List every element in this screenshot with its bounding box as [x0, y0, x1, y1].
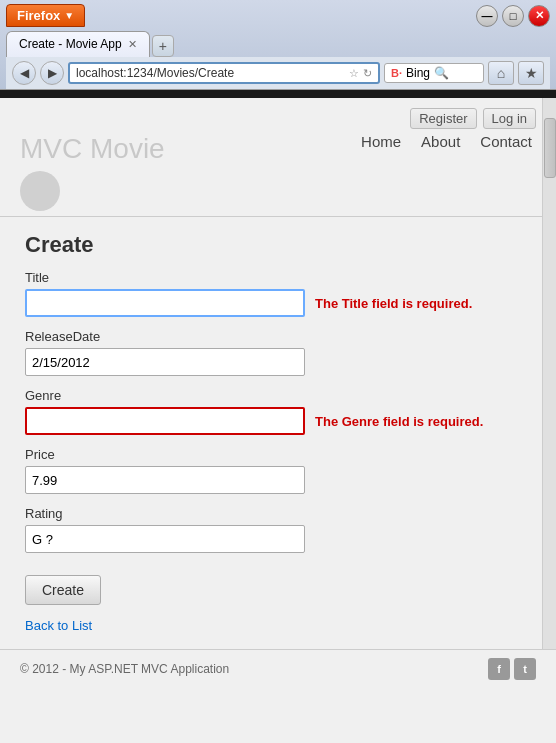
title-bar: Firefox ▼ — □ ✕ — [6, 4, 550, 27]
genre-label: Genre — [25, 388, 531, 403]
window-controls: — □ ✕ — [476, 5, 550, 27]
twitter-icon[interactable]: t — [514, 658, 536, 680]
footer-icons: f t — [488, 658, 536, 680]
new-tab-button[interactable]: + — [152, 35, 174, 57]
url-text: localhost:1234/Movies/Create — [76, 66, 345, 80]
tab-close-icon[interactable]: ✕ — [128, 38, 137, 51]
price-label: Price — [25, 447, 531, 462]
nav-about[interactable]: About — [421, 133, 460, 150]
release-date-field-group: ReleaseDate — [25, 329, 531, 376]
header-top: Register Log in — [20, 108, 536, 129]
site-logo: MVC Movie — [20, 133, 165, 165]
close-button[interactable]: ✕ — [528, 5, 550, 27]
url-bar[interactable]: localhost:1234/Movies/Create ☆ ↻ — [68, 62, 380, 84]
address-bar: ◀ ▶ localhost:1234/Movies/Create ☆ ↻ B· … — [6, 57, 550, 89]
firefox-label: Firefox — [17, 8, 60, 23]
search-bar[interactable]: B· Bing 🔍 — [384, 63, 484, 83]
refresh-icon: ↻ — [363, 67, 372, 80]
rating-input[interactable] — [25, 525, 305, 553]
price-input[interactable] — [25, 466, 305, 494]
price-field-group: Price — [25, 447, 531, 494]
rating-field-group: Rating — [25, 506, 531, 553]
genre-field-group: Genre The Genre field is required. — [25, 388, 531, 435]
footer-copyright: © 2012 - My ASP.NET MVC Application — [20, 662, 229, 676]
url-icons: ☆ ↻ — [349, 67, 372, 80]
login-link[interactable]: Log in — [483, 108, 536, 129]
site-nav: Home About Contact — [361, 133, 536, 150]
avatar — [20, 171, 60, 211]
search-text: Bing — [406, 66, 430, 80]
firefox-dropdown-arrow: ▼ — [64, 10, 74, 21]
title-input[interactable] — [25, 289, 305, 317]
genre-row: The Genre field is required. — [25, 407, 531, 435]
active-tab[interactable]: Create - Movie App ✕ — [6, 31, 150, 57]
back-button[interactable]: ◀ — [12, 61, 36, 85]
title-label: Title — [25, 270, 531, 285]
title-field-group: Title The Title field is required. — [25, 270, 531, 317]
rating-label: Rating — [25, 506, 531, 521]
bing-logo: B· — [391, 67, 402, 79]
back-to-list-link[interactable]: Back to List — [25, 618, 92, 633]
home-icon[interactable]: ⌂ — [488, 61, 514, 85]
toolbar-icons: ⌂ ★ — [488, 61, 544, 85]
facebook-icon[interactable]: f — [488, 658, 510, 680]
release-date-row — [25, 348, 531, 376]
price-row — [25, 466, 531, 494]
minimize-button[interactable]: — — [476, 5, 498, 27]
site-header: Register Log in MVC Movie Home About Con… — [0, 98, 556, 216]
form-title: Create — [25, 232, 531, 258]
title-row: The Title field is required. — [25, 289, 531, 317]
bookmark-icon[interactable]: ★ — [518, 61, 544, 85]
form-area: Create Title The Title field is required… — [0, 217, 556, 653]
browser-chrome: Firefox ▼ — □ ✕ Create - Movie App ✕ + ◀ — [0, 0, 556, 90]
genre-error: The Genre field is required. — [315, 414, 483, 429]
tab-bar: Create - Movie App ✕ + — [6, 31, 550, 57]
title-error: The Title field is required. — [315, 296, 472, 311]
release-date-input[interactable] — [25, 348, 305, 376]
forward-button[interactable]: ▶ — [40, 61, 64, 85]
scrollbar[interactable] — [542, 98, 556, 688]
nav-contact[interactable]: Contact — [480, 133, 532, 150]
genre-input[interactable] — [25, 407, 305, 435]
create-button[interactable]: Create — [25, 575, 101, 605]
site-footer: © 2012 - My ASP.NET MVC Application f t — [0, 649, 556, 688]
search-icon: 🔍 — [434, 66, 449, 80]
nav-home[interactable]: Home — [361, 133, 401, 150]
star-icon: ☆ — [349, 67, 359, 80]
page-wrapper: Register Log in MVC Movie Home About Con… — [0, 98, 556, 688]
black-strip — [0, 90, 556, 98]
maximize-button[interactable]: □ — [502, 5, 524, 27]
tab-title: Create - Movie App — [19, 37, 122, 51]
rating-row — [25, 525, 531, 553]
release-date-label: ReleaseDate — [25, 329, 531, 344]
register-link[interactable]: Register — [410, 108, 476, 129]
page-content: Register Log in MVC Movie Home About Con… — [0, 98, 556, 658]
scrollbar-thumb[interactable] — [544, 118, 556, 178]
firefox-button[interactable]: Firefox ▼ — [6, 4, 85, 27]
